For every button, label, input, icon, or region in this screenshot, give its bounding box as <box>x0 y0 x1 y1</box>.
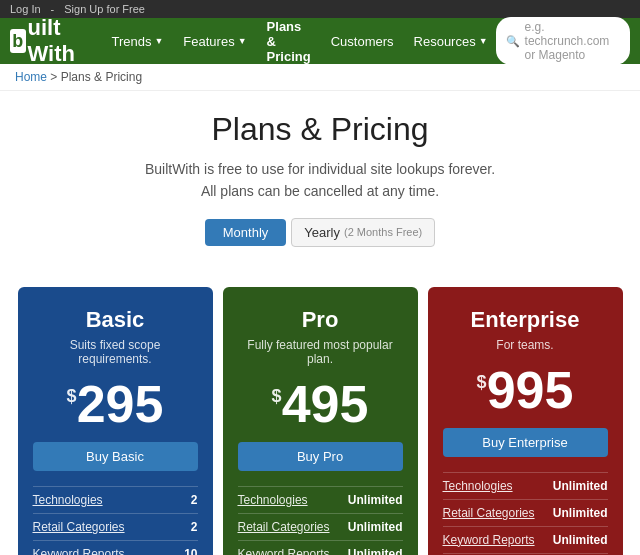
buy-basic-button[interactable]: Buy Basic <box>33 442 198 471</box>
feature-row: Keyword Reports Unlimited <box>238 540 403 555</box>
buy-pro-button[interactable]: Buy Pro <box>238 442 403 471</box>
feature-label[interactable]: Retail Categories <box>33 520 125 534</box>
feature-label[interactable]: Technologies <box>33 493 103 507</box>
feature-value: 10 <box>184 547 197 555</box>
feature-value: Unlimited <box>553 506 608 520</box>
signup-link[interactable]: Sign Up for Free <box>64 3 145 15</box>
yearly-button[interactable]: Yearly (2 Months Free) <box>291 218 435 247</box>
breadcrumb: Home > Plans & Pricing <box>0 64 640 91</box>
feature-label[interactable]: Keyword Reports <box>443 533 535 547</box>
feature-value: Unlimited <box>348 547 403 555</box>
price-dollar-enterprise: $ <box>477 372 487 393</box>
price-amount-enterprise: 995 <box>487 364 574 416</box>
plan-features-basic: Technologies 2 Retail Categories 2 Keywo… <box>33 486 198 555</box>
plan-price-basic: $ 295 <box>33 378 198 430</box>
topbar-separator: - <box>51 3 55 15</box>
logo-b: b <box>10 29 26 53</box>
feature-label[interactable]: Technologies <box>238 493 308 507</box>
nav-customers[interactable]: Customers <box>323 30 402 53</box>
nav-features-label: Features <box>183 34 234 49</box>
hero-line1: BuiltWith is free to use for individual … <box>145 161 495 177</box>
plans-container: Basic Suits fixed scope requirements. $ … <box>0 282 640 555</box>
breadcrumb-current: Plans & Pricing <box>61 70 142 84</box>
search-icon: 🔍 <box>506 35 520 48</box>
feature-row: Keyword Reports Unlimited <box>443 526 608 553</box>
feature-label[interactable]: Retail Categories <box>238 520 330 534</box>
nav-trends-arrow: ▼ <box>154 36 163 46</box>
search-box[interactable]: 🔍 e.g. techcrunch.com or Magento <box>496 17 630 65</box>
feature-row: Keyword Reports 10 <box>33 540 198 555</box>
plan-price-enterprise: $ 995 <box>443 364 608 416</box>
nav-customers-label: Customers <box>331 34 394 49</box>
feature-value: 2 <box>191 520 198 534</box>
feature-value: Unlimited <box>553 533 608 547</box>
search-placeholder: e.g. techcrunch.com or Magento <box>525 20 620 62</box>
nav-plans-label: Plans & Pricing <box>267 19 311 64</box>
plan-features-pro: Technologies Unlimited Retail Categories… <box>238 486 403 555</box>
nav-resources-arrow: ▼ <box>479 36 488 46</box>
navbar: b uilt With Trends ▼ Features ▼ Plans & … <box>0 18 640 64</box>
feature-row: Retail Categories 2 <box>33 513 198 540</box>
plan-card-basic: Basic Suits fixed scope requirements. $ … <box>18 287 213 555</box>
feature-value: Unlimited <box>553 479 608 493</box>
feature-value: 2 <box>191 493 198 507</box>
plan-name-enterprise: Enterprise <box>443 307 608 333</box>
plan-name-basic: Basic <box>33 307 198 333</box>
breadcrumb-home[interactable]: Home <box>15 70 47 84</box>
feature-label[interactable]: Keyword Reports <box>33 547 125 555</box>
plan-desc-enterprise: For teams. <box>443 338 608 352</box>
plan-features-enterprise: Technologies Unlimited Retail Categories… <box>443 472 608 555</box>
nav-features[interactable]: Features ▼ <box>175 30 254 53</box>
price-dollar-basic: $ <box>67 386 77 407</box>
login-link[interactable]: Log In <box>10 3 41 15</box>
feature-row: Retail Categories Unlimited <box>238 513 403 540</box>
nav-trends-label: Trends <box>111 34 151 49</box>
price-dollar-pro: $ <box>272 386 282 407</box>
site-logo[interactable]: b uilt With <box>10 15 83 67</box>
feature-row: Technologies 2 <box>33 486 198 513</box>
nav-features-arrow: ▼ <box>238 36 247 46</box>
buy-enterprise-button[interactable]: Buy Enterprise <box>443 428 608 457</box>
logo-text: uilt With <box>28 15 84 67</box>
feature-label[interactable]: Technologies <box>443 479 513 493</box>
hero-section: Plans & Pricing BuiltWith is free to use… <box>0 91 640 282</box>
yearly-badge: (2 Months Free) <box>344 226 422 238</box>
breadcrumb-separator: > <box>50 70 60 84</box>
nav-resources[interactable]: Resources ▼ <box>406 30 496 53</box>
feature-label[interactable]: Keyword Reports <box>238 547 330 555</box>
plan-desc-pro: Fully featured most popular plan. <box>238 338 403 366</box>
price-amount-basic: 295 <box>77 378 164 430</box>
nav-trends[interactable]: Trends ▼ <box>103 30 171 53</box>
plan-desc-basic: Suits fixed scope requirements. <box>33 338 198 366</box>
hero-subtitle: BuiltWith is free to use for individual … <box>20 158 620 203</box>
price-amount-pro: 495 <box>282 378 369 430</box>
feature-value: Unlimited <box>348 493 403 507</box>
plan-card-enterprise: Enterprise For teams. $ 995 Buy Enterpri… <box>428 287 623 555</box>
monthly-button[interactable]: Monthly <box>205 219 287 246</box>
yearly-label: Yearly <box>304 225 340 240</box>
billing-toggle: Monthly Yearly (2 Months Free) <box>20 218 620 247</box>
nav-plans[interactable]: Plans & Pricing <box>259 15 319 68</box>
nav-links: Trends ▼ Features ▼ Plans & Pricing Cust… <box>103 15 495 68</box>
plan-name-pro: Pro <box>238 307 403 333</box>
nav-resources-label: Resources <box>414 34 476 49</box>
feature-value: Unlimited <box>348 520 403 534</box>
page-title: Plans & Pricing <box>20 111 620 148</box>
plan-price-pro: $ 495 <box>238 378 403 430</box>
feature-row: Technologies Unlimited <box>443 472 608 499</box>
feature-row: Technologies Unlimited <box>238 486 403 513</box>
feature-label[interactable]: Retail Categories <box>443 506 535 520</box>
feature-row: Retail Categories Unlimited <box>443 499 608 526</box>
hero-line2: All plans can be cancelled at any time. <box>201 183 439 199</box>
plan-card-pro: Pro Fully featured most popular plan. $ … <box>223 287 418 555</box>
